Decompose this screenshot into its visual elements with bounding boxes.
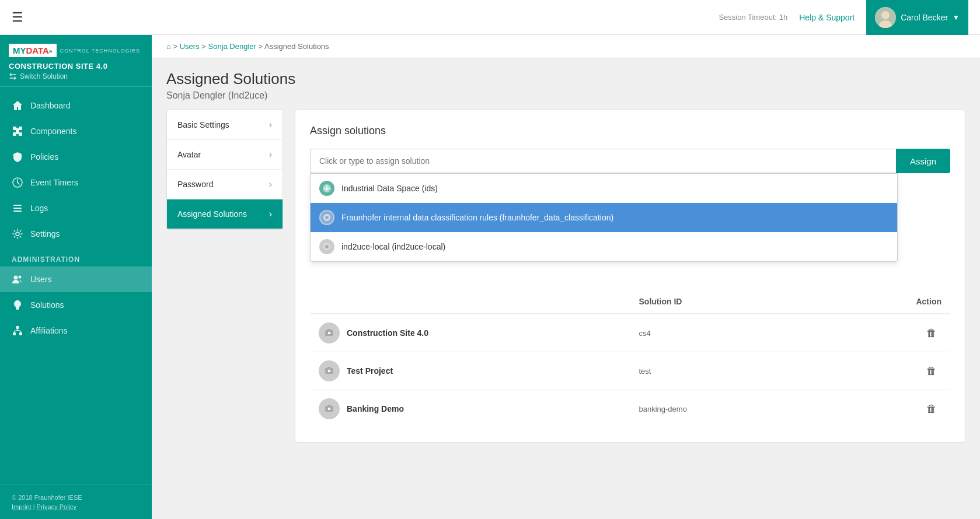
panel-item-assigned-solutions[interactable]: Assigned Solutions ›: [167, 199, 283, 229]
layout: MYDATA≡ CONTROL TECHNOLOGIES CONSTRUCTIO…: [0, 35, 980, 519]
affiliations-icon: [12, 325, 23, 336]
svg-rect-31: [328, 408, 330, 410]
sidebar-item-affiliations[interactable]: Affiliations: [0, 318, 152, 343]
user-chevron-icon: ▼: [953, 13, 960, 22]
dropdown-item-label: ind2uce-local (ind2uce-local): [341, 242, 445, 251]
svg-point-22: [325, 245, 329, 248]
switch-solution[interactable]: Switch Solution: [9, 72, 143, 80]
sidebar-item-label: Affiliations: [30, 326, 68, 335]
imprint-link[interactable]: Imprint: [12, 503, 32, 510]
home-breadcrumb-icon[interactable]: ⌂: [166, 42, 171, 51]
solution-row-icon: [319, 360, 340, 381]
panel-item-label: Basic Settings: [177, 120, 229, 129]
sidebar-item-event-timers[interactable]: Event Timers: [0, 170, 152, 195]
sidebar-item-label: Solutions: [30, 300, 64, 310]
breadcrumb-users[interactable]: Users: [180, 42, 200, 51]
users-icon: [12, 273, 23, 285]
assign-solution-input[interactable]: [310, 149, 896, 173]
sidebar-item-label: Components: [30, 127, 76, 136]
panel-item-password[interactable]: Password ›: [167, 170, 283, 199]
chevron-right-icon: ›: [269, 120, 272, 130]
sidebar-footer: © 2018 Fraunhofer IESE Imprint | Privacy…: [0, 485, 152, 519]
panel-item-label: Avatar: [177, 150, 201, 159]
panel-item-avatar[interactable]: Avatar ›: [167, 140, 283, 170]
chevron-right-icon: ›: [269, 149, 272, 160]
main-content: ⌂ > Users > Sonja Dengler > Assigned Sol…: [152, 35, 980, 519]
svg-rect-10: [13, 208, 22, 209]
page-header: Assigned Solutions Sonja Dengler (Ind2uc…: [152, 58, 980, 110]
sidebar-item-label: Dashboard: [30, 101, 71, 110]
right-panel: Assign solutions Assign Industrial Da: [295, 110, 965, 443]
assign-button[interactable]: Assign: [896, 149, 950, 173]
shield-icon: [12, 151, 23, 163]
sidebar-nav: Dashboard Components Policies: [0, 87, 152, 485]
dropdown-item-icon: [319, 181, 334, 196]
assign-solutions-heading: Assign solutions: [310, 125, 950, 137]
col-solution-id: Solution ID: [630, 290, 824, 314]
left-panel: Basic Settings › Avatar › Password › Ass…: [166, 110, 283, 230]
col-name: [310, 290, 630, 314]
breadcrumb: ⌂ > Users > Sonja Dengler > Assigned Sol…: [152, 35, 980, 58]
dropdown-item-ids[interactable]: Industrial Data Space (ids): [311, 174, 897, 203]
dropdown-item-icon: [319, 210, 334, 225]
admin-section-label: ADMINISTRATION: [0, 247, 152, 266]
solution-row-icon: [319, 398, 340, 419]
sidebar-item-label: Settings: [30, 229, 60, 239]
action-cell: 🗑: [824, 352, 950, 390]
topbar-right: Session Timeout: 1h Help & Support Carol…: [719, 0, 968, 35]
dropdown-item-ind2uce[interactable]: ind2uce-local (ind2uce-local): [311, 232, 897, 261]
hamburger-menu[interactable]: ☰: [12, 10, 23, 25]
svg-point-13: [14, 276, 18, 280]
solution-name: Banking Demo: [347, 404, 404, 413]
sidebar-brand: MYDATA≡ CONTROL TECHNOLOGIES CONSTRUCTIO…: [0, 35, 152, 87]
sidebar-item-dashboard[interactable]: Dashboard: [0, 93, 152, 118]
sidebar-item-settings[interactable]: Settings: [0, 221, 152, 247]
gear-icon: [12, 228, 23, 240]
svg-rect-15: [13, 332, 16, 335]
solution-dropdown: Industrial Data Space (ids) Fraunhofer i…: [310, 173, 898, 262]
solution-name: Test Project: [347, 366, 393, 376]
solution-id: banking-demo: [639, 405, 687, 413]
table-body: Construction Site 4.0 cs4 🗑: [310, 314, 950, 427]
svg-rect-24: [327, 329, 331, 331]
dropdown-item-fraunhofer[interactable]: Fraunhofer internal data classification …: [311, 203, 897, 232]
copyright: © 2018 Fraunhofer IESE: [12, 494, 140, 501]
action-cell: 🗑: [824, 314, 950, 352]
breadcrumb-user[interactable]: Sonja Dengler: [208, 42, 256, 51]
user-menu[interactable]: Carol Becker ▼: [866, 0, 968, 35]
solutions-icon: [12, 299, 23, 311]
session-timeout: Session Timeout: 1h: [719, 13, 787, 22]
privacy-link[interactable]: Privacy Policy: [37, 503, 76, 510]
svg-rect-30: [327, 405, 331, 406]
sidebar-item-label: Logs: [30, 204, 48, 213]
sidebar: MYDATA≡ CONTROL TECHNOLOGIES CONSTRUCTIO…: [0, 35, 152, 519]
dropdown-item-icon: [319, 239, 334, 254]
assign-input-container: Assign Industrial Data Space (ids): [310, 149, 950, 173]
solution-name-cell: Banking Demo: [310, 390, 630, 428]
delete-button[interactable]: 🗑: [922, 363, 941, 380]
user-name: Carol Becker: [901, 13, 948, 22]
solution-id: test: [639, 367, 651, 376]
solution-row-icon: [319, 322, 340, 343]
delete-button[interactable]: 🗑: [922, 325, 941, 342]
table-header: Solution ID Action: [310, 290, 950, 314]
sidebar-item-components[interactable]: Components: [0, 118, 152, 144]
breadcrumb-current: Assigned Solutions: [264, 42, 329, 51]
solution-id-cell: banking-demo: [630, 390, 824, 428]
svg-rect-27: [327, 367, 331, 369]
sidebar-item-label: Event Timers: [30, 178, 78, 187]
help-support-link[interactable]: Help & Support: [799, 13, 855, 22]
site-name: CONSTRUCTION SITE 4.0: [9, 62, 143, 71]
solution-id-cell: test: [630, 352, 824, 390]
svg-rect-17: [19, 332, 22, 335]
sidebar-item-solutions[interactable]: Solutions: [0, 292, 152, 318]
panel-item-label: Password: [177, 180, 213, 189]
sidebar-item-logs[interactable]: Logs: [0, 195, 152, 221]
sidebar-item-users[interactable]: Users: [0, 266, 152, 292]
delete-button[interactable]: 🗑: [922, 401, 941, 418]
panel-item-basic-settings[interactable]: Basic Settings ›: [167, 110, 283, 140]
switch-solution-label: Switch Solution: [20, 72, 68, 80]
svg-rect-11: [13, 211, 22, 212]
sidebar-item-policies[interactable]: Policies: [0, 144, 152, 170]
brand-logo: MYDATA≡: [13, 45, 53, 55]
